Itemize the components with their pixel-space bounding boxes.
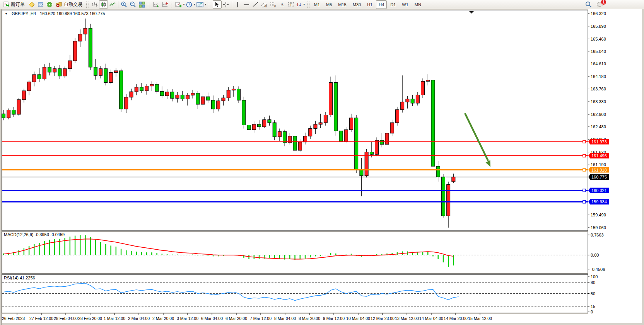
channel-icon: E xyxy=(261,2,268,8)
add-indicator-button[interactable]: ▼ xyxy=(175,0,186,9)
timeframe-button-M30[interactable]: M30 xyxy=(350,0,364,9)
svg-text:A: A xyxy=(280,2,284,7)
line-chart-mode-button[interactable] xyxy=(108,0,117,9)
macd-panel[interactable] xyxy=(2,232,588,273)
periodicity-button[interactable]: ▼ xyxy=(186,0,196,9)
tile-windows-button[interactable] xyxy=(137,0,146,9)
macd-histogram-bar xyxy=(315,255,316,256)
macd-histogram-bar xyxy=(310,255,311,257)
candle-body xyxy=(186,95,189,99)
candle-body xyxy=(84,28,87,34)
crosshair-icon xyxy=(223,2,229,8)
candle-body xyxy=(125,97,128,109)
line-handle[interactable] xyxy=(583,140,586,143)
vertical-line-icon xyxy=(235,2,240,8)
time-axis-label: 15 Mar 12:00 xyxy=(468,316,492,321)
symbol-dropdown-icon[interactable]: ▼ xyxy=(5,12,8,15)
signals-button[interactable] xyxy=(45,0,54,9)
timeframe-button-MN[interactable]: MN xyxy=(412,0,424,9)
time-axis-label: 6 Mar 20:00 xyxy=(225,316,247,321)
candle-body xyxy=(349,118,353,130)
text-icon: A xyxy=(279,2,285,7)
macd-histogram-bar xyxy=(131,251,132,255)
auto-trading-button[interactable]: 自动交易 xyxy=(54,0,85,9)
macd-histogram-bar xyxy=(141,252,142,255)
candle-body xyxy=(426,80,430,81)
timeframe-button-H1[interactable]: H1 xyxy=(364,0,375,9)
rsi-axis-label: 100 xyxy=(591,274,598,279)
svg-text:F: F xyxy=(274,5,276,8)
templates-button[interactable]: ▼ xyxy=(196,0,207,9)
line-handle[interactable] xyxy=(583,155,586,157)
cursor-tool-button[interactable] xyxy=(213,0,222,9)
line-handle[interactable] xyxy=(583,189,586,192)
timeframe-button-D1[interactable]: D1 xyxy=(388,0,398,9)
timeframe-button-M15[interactable]: M15 xyxy=(335,0,349,9)
macd-histogram-bar xyxy=(330,253,331,255)
chart-window-button[interactable] xyxy=(36,0,45,9)
horizontal-line-tool-button[interactable] xyxy=(242,0,251,9)
candle-body xyxy=(247,125,251,129)
chart-shift-button[interactable] xyxy=(161,0,169,9)
candle-body xyxy=(278,131,281,137)
market-watch-button[interactable] xyxy=(27,0,36,9)
crosshair-tool-button[interactable] xyxy=(222,0,231,9)
macd-histogram-bar xyxy=(116,247,116,255)
new-order-button[interactable]: 新订单 xyxy=(1,0,27,9)
candle-body xyxy=(94,67,97,75)
timeframe-button-M1[interactable]: M1 xyxy=(311,0,323,9)
tile-windows-icon xyxy=(139,2,145,8)
candle-body xyxy=(166,92,169,96)
rsi-axis-label: 0 xyxy=(591,310,593,314)
auto-scroll-button[interactable] xyxy=(152,0,161,9)
chart-canvas[interactable]: 166.320165.890165.460165.040164.610164.1… xyxy=(0,0,644,325)
candle-body xyxy=(155,84,159,91)
candle-body xyxy=(217,101,220,109)
zoom-out-button[interactable] xyxy=(128,0,137,9)
signals-icon xyxy=(46,2,53,8)
macd-histogram-bar xyxy=(8,253,9,255)
candle-body xyxy=(130,92,133,97)
chevron-down-icon: ▼ xyxy=(303,3,306,6)
candle-body xyxy=(191,93,195,95)
candle-body xyxy=(63,69,67,76)
arrows-tool-button[interactable]: ▼ xyxy=(296,0,306,9)
candle-body xyxy=(201,97,205,104)
line-handle[interactable] xyxy=(583,201,586,203)
candle-body xyxy=(447,185,450,216)
text-label-tool-button[interactable]: T xyxy=(287,0,296,9)
notifications-button[interactable]: 1 xyxy=(595,0,604,9)
toolbar-separator xyxy=(118,1,118,8)
bar-chart-mode-button[interactable] xyxy=(90,0,99,9)
clock-icon xyxy=(186,2,192,8)
search-button[interactable] xyxy=(584,0,593,9)
candle-body xyxy=(431,80,435,166)
candle-body xyxy=(375,140,379,155)
macd-histogram-bar xyxy=(85,235,85,255)
arrows-icon xyxy=(296,2,302,8)
time-axis-label: 2 Mar 20:00 xyxy=(152,316,174,321)
trendline-tool-button[interactable] xyxy=(251,0,260,9)
macd-histogram-bar xyxy=(75,236,75,255)
search-icon xyxy=(585,1,592,8)
auto-trading-icon xyxy=(56,2,62,7)
equidistant-channel-tool-button[interactable]: E xyxy=(260,0,269,9)
fibonacci-tool-button[interactable]: F xyxy=(269,0,278,9)
zoom-in-button[interactable] xyxy=(120,0,128,9)
timeframe-button-H4[interactable]: H4 xyxy=(376,0,387,9)
candlestick-mode-button[interactable] xyxy=(99,0,108,9)
vertical-line-tool-button[interactable] xyxy=(233,0,242,9)
candle-body xyxy=(120,71,123,109)
time-axis-label: 3 Mar 12:00 xyxy=(177,316,198,321)
candle-body xyxy=(150,84,154,86)
macd-histogram-bar xyxy=(110,246,111,255)
macd-histogram-bar xyxy=(105,244,106,255)
macd-histogram-bar xyxy=(438,255,439,259)
text-tool-button[interactable]: A xyxy=(278,0,287,9)
line-handle[interactable] xyxy=(583,168,586,171)
auto-scroll-icon xyxy=(153,2,159,8)
time-axis-label: 13 Mar 12:00 xyxy=(395,316,419,321)
macd-histogram-bar xyxy=(156,253,157,255)
timeframe-button-M5[interactable]: M5 xyxy=(323,0,335,9)
timeframe-button-W1[interactable]: W1 xyxy=(399,0,411,9)
